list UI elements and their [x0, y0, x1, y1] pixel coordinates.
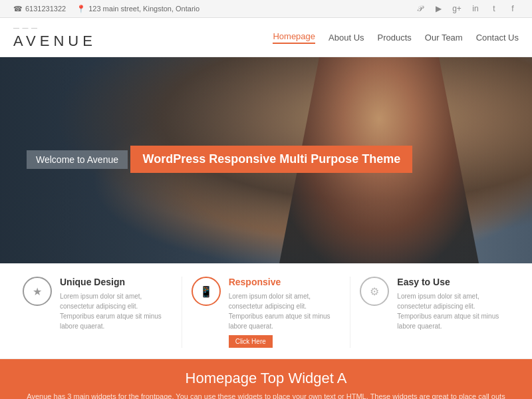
nav-about[interactable]: About Us	[329, 33, 364, 43]
hero-subtitle: Welcome to Avenue	[27, 150, 128, 169]
easy-to-use-icon: ⚙	[360, 277, 389, 306]
main-nav[interactable]: Homepage About Us Products Our Team Cont…	[273, 31, 519, 44]
unique-design-heading: Unique Design	[60, 277, 172, 287]
social-linkedin[interactable]: in	[469, 3, 481, 15]
social-google[interactable]: g+	[451, 3, 463, 15]
phone-icon: ☎	[13, 5, 23, 13]
easy-to-use-body: Lorem ipsum dolor sit amet, consectetur …	[397, 291, 509, 331]
responsive-body: Lorem ipsum dolor sit amet, consectetur …	[229, 291, 341, 331]
top-bar-contact: ☎ 6131231322 📍 123 main street, Kingston…	[13, 5, 200, 13]
nav-contact[interactable]: Contact Us	[476, 33, 519, 43]
header: — — — AVENUE Homepage About Us Products …	[0, 18, 532, 57]
unique-design-body: Lorem ipsum dolor sit amet, consectetur …	[60, 291, 172, 331]
social-links[interactable]: 𝒫 ▶ g+ in t f	[414, 3, 519, 15]
bottom-widget: Homepage Top Widget A Avenue has 3 main …	[0, 359, 532, 399]
widget-description: Avenue has 3 main widgets for the frontp…	[13, 391, 519, 399]
address-info: 📍 123 main street, Kingston, Ontario	[76, 5, 200, 13]
logo-text: AVENUE	[13, 33, 96, 49]
responsive-icon: 📱	[192, 277, 221, 306]
social-pinterest[interactable]: 𝒫	[414, 3, 426, 15]
feature-easy-to-use: ⚙ Easy to Use Lorem ipsum dolor sit amet…	[350, 277, 519, 348]
hero-title: WordPress Responsive Multi Purpose Theme	[130, 146, 412, 173]
hero-section: Welcome to Avenue WordPress Responsive M…	[0, 57, 532, 263]
logo: — — — AVENUE	[13, 25, 96, 50]
unique-design-icon: ★	[23, 277, 52, 306]
address-text: 123 main street, Kingston, Ontario	[88, 5, 200, 13]
click-here-button[interactable]: Click Here	[229, 335, 273, 348]
pin-icon: 📍	[76, 5, 86, 13]
phone-number: 6131231322	[25, 5, 66, 13]
widget-title: Homepage Top Widget A	[13, 370, 519, 387]
nav-team[interactable]: Our Team	[425, 33, 463, 43]
social-youtube[interactable]: ▶	[432, 3, 444, 15]
hero-content: Welcome to Avenue WordPress Responsive M…	[0, 146, 439, 176]
responsive-heading: Responsive	[229, 277, 341, 287]
features-section: ★ Unique Design Lorem ipsum dolor sit am…	[0, 263, 532, 359]
nav-homepage[interactable]: Homepage	[273, 31, 315, 44]
nav-products[interactable]: Products	[378, 33, 412, 43]
responsive-content: Responsive Lorem ipsum dolor sit amet, c…	[229, 277, 341, 348]
social-facebook[interactable]: f	[507, 3, 519, 15]
logo-tagline: — — —	[13, 25, 96, 31]
feature-responsive: 📱 Responsive Lorem ipsum dolor sit amet,…	[182, 277, 351, 348]
unique-design-content: Unique Design Lorem ipsum dolor sit amet…	[60, 277, 172, 348]
social-twitter[interactable]: t	[488, 3, 500, 15]
easy-to-use-heading: Easy to Use	[397, 277, 509, 287]
easy-to-use-content: Easy to Use Lorem ipsum dolor sit amet, …	[397, 277, 509, 348]
feature-unique-design: ★ Unique Design Lorem ipsum dolor sit am…	[13, 277, 182, 348]
phone-info: ☎ 6131231322	[13, 5, 66, 13]
top-bar: ☎ 6131231322 📍 123 main street, Kingston…	[0, 0, 532, 18]
